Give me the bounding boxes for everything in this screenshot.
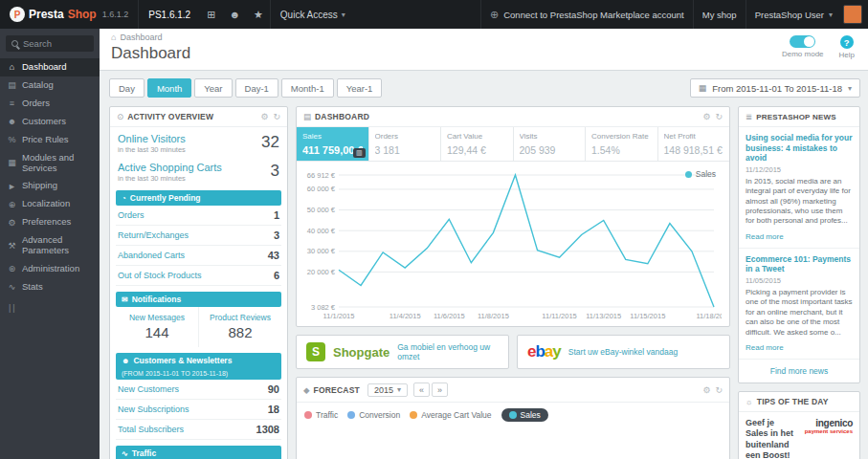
svg-text:11/18/2015: 11/18/2015	[697, 312, 722, 320]
prestashop-logo[interactable]: P PrestaShop 1.6.1.2	[0, 0, 138, 29]
shopgate-banner[interactable]: S Shopgate Ga mobiel en verhoog uw omzet	[296, 335, 509, 369]
svg-text:11/6/2015: 11/6/2015	[434, 312, 465, 320]
date-range-button[interactable]: ▦ From 2015-11-01 To 2015-11-18 ▾	[690, 78, 860, 98]
activity-row-return-exchanges[interactable]: Return/Exchanges3	[116, 226, 281, 246]
my-shop-link[interactable]: My shop	[693, 0, 746, 29]
activity-overview-panel: ⊙ ACTIVITY OVERVIEW ⚙ ↻ Online Visitorsi…	[109, 106, 288, 459]
kpi-sales[interactable]: Sales411 759,00 €▥	[297, 127, 369, 161]
sidebar-item-modules-and-services[interactable]: ▦Modules and Services	[0, 149, 100, 178]
award-icon[interactable]: ★	[247, 0, 270, 29]
forecast-legend-traffic[interactable]: Traffic	[304, 410, 338, 420]
shopgate-link[interactable]: Ga mobiel en verhoog uw omzet	[397, 342, 499, 361]
section-header-notifications: ✉Notifications	[116, 292, 281, 307]
sidebar-item-label: Modules and Services	[22, 153, 93, 174]
notification-cells: New Messages144Product Reviews882	[116, 307, 281, 347]
chart-type-icon[interactable]: ▥	[353, 148, 366, 158]
find-more-news-link[interactable]: Find more news	[739, 360, 859, 382]
gear-icon[interactable]: ⚙	[702, 112, 710, 121]
help-label: Help	[839, 51, 855, 59]
kpi-orders[interactable]: Orders3 181	[369, 127, 442, 161]
dashboard-panel: ▤ DASHBOARD ⚙ ↻ Sales411 759,00 €▥Orders…	[296, 106, 730, 327]
demo-mode-label: Demo mode	[782, 50, 824, 58]
notification-cell-product-reviews[interactable]: Product Reviews882	[198, 307, 281, 347]
dashboard-columns: ⊙ ACTIVITY OVERVIEW ⚙ ↻ Online Visitorsi…	[109, 106, 860, 459]
forecast-icon: ◆	[303, 385, 310, 395]
period-year-1[interactable]: Year-1	[337, 78, 383, 98]
forecast-legend-sales[interactable]: Sales	[501, 408, 548, 422]
gear-icon[interactable]: ⚙	[702, 385, 710, 395]
gear-icon[interactable]: ⚙	[260, 112, 268, 121]
sidebar-item-advanced-parameters[interactable]: ⚒Advanced Parameters	[0, 231, 100, 260]
refresh-icon[interactable]: ↻	[715, 385, 723, 395]
read-more-link[interactable]: Read more	[746, 343, 784, 352]
activity-row-abandoned-carts[interactable]: Abandoned Carts43	[116, 246, 281, 266]
forecast-prev-button[interactable]: «	[413, 382, 430, 397]
kpi-cart-value[interactable]: Cart Value129,44 €	[441, 127, 514, 161]
sidebar-item-customers[interactable]: ☻Customers	[0, 113, 100, 131]
sidebar-item-administration[interactable]: ⊛Administration	[0, 260, 100, 278]
quick-access-menu[interactable]: Quick Access ▾	[270, 0, 355, 29]
period-month[interactable]: Month	[147, 78, 191, 98]
tip-headline: Geef je Sales in het buitenland een Boos…	[746, 418, 797, 459]
activity-stat-sub: in the last 30 minutes	[118, 145, 186, 154]
ebay-banner[interactable]: ebay Start uw eBay-winkel vandaag	[517, 335, 730, 369]
sidebar-item-localization[interactable]: ⊕Localization	[0, 195, 100, 213]
sidebar-item-label: Advanced Parameters	[22, 235, 93, 256]
read-more-link[interactable]: Read more	[746, 232, 784, 241]
refresh-icon[interactable]: ↻	[273, 112, 280, 121]
activity-row-value: 3	[274, 230, 279, 241]
section-title: Traffic	[132, 448, 157, 458]
kpi-label: Sales	[302, 132, 363, 141]
chart-legend[interactable]: Sales	[685, 169, 716, 179]
notification-cell-new-messages[interactable]: New Messages144	[116, 307, 198, 347]
user-avatar[interactable]	[843, 5, 862, 24]
period-year[interactable]: Year	[194, 78, 232, 98]
news-article-title[interactable]: Using social media for your business: 4 …	[746, 133, 853, 164]
news-article-title[interactable]: Ecommerce 101: Payments in a Tweet	[746, 254, 853, 274]
sidebar-item-catalog[interactable]: ▤Catalog	[0, 76, 100, 95]
activity-row-new-customers[interactable]: New Customers90	[116, 380, 281, 400]
kpi-net-profit[interactable]: Net Profit148 918,51 €	[658, 127, 730, 161]
sidebar-item-preferences[interactable]: ⚙Preferences	[0, 213, 100, 231]
activity-row-total-subscribers[interactable]: Total Subscribers1308	[116, 420, 281, 440]
period-day-1[interactable]: Day-1	[235, 78, 278, 98]
sidebar-item-price-rules[interactable]: %Price Rules	[0, 131, 100, 149]
period-month-1[interactable]: Month-1	[281, 78, 334, 98]
forecast-legend-average-cart-value[interactable]: Average Cart Value	[410, 410, 491, 420]
section-title: Currently Pending	[130, 193, 201, 203]
help-icon[interactable]: ?	[840, 35, 854, 49]
user-menu[interactable]: PrestaShop User ▾	[746, 0, 841, 29]
cart-icon[interactable]: ⊞	[200, 0, 222, 29]
activity-row-out-of-stock-products[interactable]: Out of Stock Products6	[116, 266, 281, 286]
ebay-link[interactable]: Start uw eBay-winkel vandaag	[568, 347, 678, 357]
breadcrumb[interactable]: ⌂ Dashboard	[111, 33, 857, 42]
sidebar-item-dashboard[interactable]: ⌂Dashboard	[0, 58, 100, 76]
sidebar-item-shipping[interactable]: ►Shipping	[0, 177, 100, 195]
ingenico-logo-subtext: payment services	[803, 428, 853, 434]
sidebar-item-stats[interactable]: ∿Stats	[0, 278, 100, 296]
activity-row-label: Total Subscribers	[118, 425, 184, 434]
forecast-next-button[interactable]: »	[432, 382, 448, 397]
activity-row-value: 43	[268, 250, 279, 261]
forecast-year-select[interactable]: 2015 ▾	[367, 383, 408, 397]
sidebar-item-orders[interactable]: ≡Orders	[0, 95, 100, 113]
marketplace-link[interactable]: ⊕ Connect to PrestaShop Marketplace acco…	[480, 0, 693, 29]
activity-row-new-subscriptions[interactable]: New Subscriptions18	[116, 400, 281, 420]
kpi-conversion-rate[interactable]: Conversion Rate1.54%	[586, 127, 658, 161]
administration-icon: ⊛	[7, 264, 17, 273]
search-input[interactable]	[23, 38, 90, 49]
forecast-legend-conversion[interactable]: Conversion	[347, 410, 400, 420]
demo-mode-toggle[interactable]	[790, 35, 815, 48]
sidebar-collapse-button[interactable]: ||	[0, 296, 100, 319]
kpi-visits[interactable]: Visits205 939	[514, 127, 587, 161]
activity-row-label: New Subscriptions	[118, 404, 189, 414]
shop-name-link[interactable]: PS1.6.1.2	[138, 0, 200, 29]
middle-column: ▤ DASHBOARD ⚙ ↻ Sales411 759,00 €▥Orders…	[296, 106, 730, 459]
refresh-icon[interactable]: ↻	[715, 112, 723, 121]
period-day[interactable]: Day	[109, 78, 145, 98]
home-icon: ⌂	[7, 62, 17, 72]
news-icon: ≣	[746, 112, 752, 121]
employee-icon[interactable]: ☻	[222, 0, 247, 29]
svg-text:50 000 €: 50 000 €	[307, 206, 336, 214]
activity-row-orders[interactable]: Orders1	[116, 206, 281, 226]
